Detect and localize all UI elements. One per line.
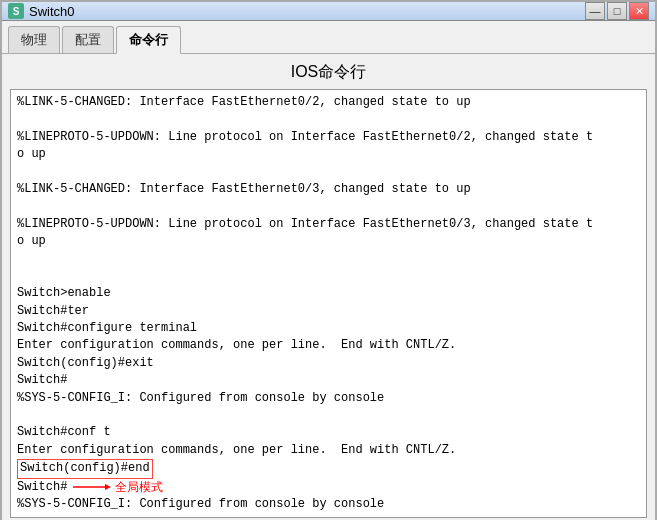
minimize-button[interactable]: — <box>585 2 605 20</box>
terminal-line: %LINEPROTO-5-UPDOWN: Line protocol on In… <box>17 216 640 233</box>
terminal-line: %LINK-5-CHANGED: Interface FastEthernet0… <box>17 94 640 111</box>
terminal-line: Switch#configure terminal <box>17 320 640 337</box>
terminal-line: Switch>enable <box>17 285 640 302</box>
terminal-line: %SYS-5-CONFIG_I: Configured from console… <box>17 496 640 513</box>
title-bar: S Switch0 — □ ✕ <box>2 2 655 21</box>
arrow-icon <box>71 480 111 494</box>
terminal-line: %LINEPROTO-5-UPDOWN: Line protocol on In… <box>17 129 640 146</box>
terminal-line: o up <box>17 146 640 163</box>
terminal-line: Switch#conf t <box>17 424 640 441</box>
terminal-blank-line <box>17 164 640 181</box>
terminal-line: Switch(config)#exit <box>17 355 640 372</box>
terminal-line: %LINK-5-CHANGED: Interface FastEthernet0… <box>17 181 640 198</box>
terminal-blank-line <box>17 111 640 128</box>
terminal-line: %SYS-5-CONFIG_I: Configured from console… <box>17 390 640 407</box>
tab-bar: 物理 配置 命令行 <box>2 21 655 54</box>
page-title: IOS命令行 <box>10 62 647 83</box>
terminal-line: Switch# <box>17 372 640 389</box>
terminal-line: Enter configuration commands, one per li… <box>17 337 640 354</box>
annotation-arrow: 全局模式 <box>71 479 163 496</box>
terminal-blank-line <box>17 407 640 424</box>
tab-cmdline[interactable]: 命令行 <box>116 26 181 54</box>
titlebar-buttons: — □ ✕ <box>585 2 649 20</box>
svg-marker-1 <box>105 484 111 490</box>
terminal-output[interactable]: %LINK-5-CHANGED: Interface FastEthernet0… <box>10 89 647 518</box>
terminal-line: Enter configuration commands, one per li… <box>17 442 640 459</box>
window-title: Switch0 <box>29 4 585 19</box>
terminal-blank-line <box>17 251 640 268</box>
terminal-annotation-line: Switch# 全局模式 <box>17 479 640 496</box>
annotation-label: 全局模式 <box>115 479 163 496</box>
window-icon: S <box>8 3 24 19</box>
close-button[interactable]: ✕ <box>629 2 649 20</box>
terminal-line: Switch#ter <box>17 303 640 320</box>
content-area: IOS命令行 %LINK-5-CHANGED: Interface FastEt… <box>2 54 655 520</box>
terminal-highlighted-line: Switch(config)#end <box>17 459 640 478</box>
terminal-blank-line <box>17 268 640 285</box>
window: S Switch0 — □ ✕ 物理 配置 命令行 IOS命令行 %LINK-5… <box>0 0 657 520</box>
terminal-line: o up <box>17 233 640 250</box>
maximize-button[interactable]: □ <box>607 2 627 20</box>
tab-peizhi[interactable]: 配置 <box>62 26 114 53</box>
terminal-blank-line <box>17 198 640 215</box>
tab-wuli[interactable]: 物理 <box>8 26 60 53</box>
